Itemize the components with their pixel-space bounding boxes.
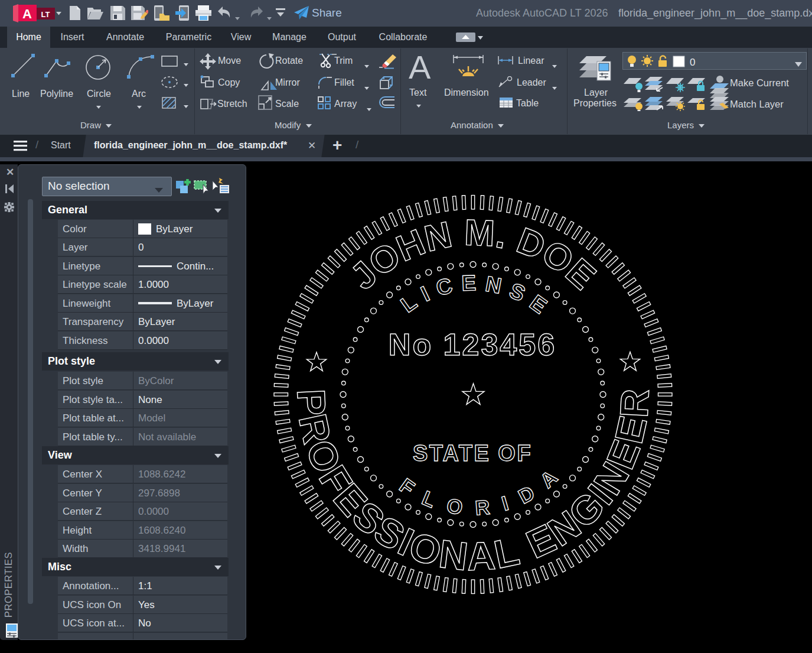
svg-text:O: O — [445, 494, 465, 519]
svg-text:No 123456: No 123456 — [389, 327, 556, 362]
svg-text:A: A — [536, 466, 562, 492]
svg-text:N: N — [436, 531, 470, 579]
svg-text:L: L — [396, 290, 421, 317]
svg-text:N: N — [484, 272, 504, 298]
svg-text:.: . — [493, 214, 510, 256]
svg-text:F: F — [396, 474, 419, 499]
svg-text:STATE OF: STATE OF — [413, 441, 532, 466]
svg-text:S: S — [506, 278, 529, 306]
svg-text:I: I — [417, 282, 433, 306]
svg-text:R: R — [474, 496, 491, 519]
svg-text:I: I — [499, 492, 511, 515]
svg-text:E: E — [461, 271, 477, 295]
svg-text:L: L — [419, 486, 439, 512]
svg-text:R: R — [611, 388, 657, 418]
svg-text:E: E — [526, 290, 552, 319]
svg-text:D: D — [514, 481, 538, 508]
svg-text:M: M — [464, 212, 495, 254]
svg-text:C: C — [433, 273, 455, 301]
